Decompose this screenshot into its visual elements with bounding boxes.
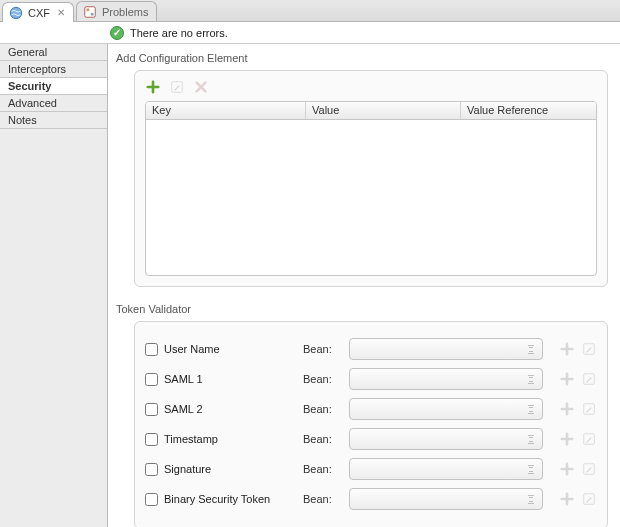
validator-checkbox[interactable] [145,463,158,476]
svg-rect-1 [85,6,96,17]
plus-icon [560,342,574,356]
sidebar: General Interceptors Security Advanced N… [0,44,108,527]
pencil-icon [582,492,596,506]
validator-checkbox-label[interactable]: User Name [145,343,293,356]
bean-add-button [559,461,575,477]
bean-label: Bean: [303,343,339,355]
validator-row: SignatureBean: [145,458,597,480]
pencil-icon [582,342,596,356]
bean-add-button [559,341,575,357]
validator-row: Binary Security TokenBean: [145,488,597,510]
validator-name: Timestamp [164,433,218,445]
bean-combo[interactable] [349,368,543,390]
validator-name: SAML 1 [164,373,203,385]
sidebar-item-general[interactable]: General [0,44,107,61]
bean-add-button [559,401,575,417]
tab-problems[interactable]: Problems [76,1,157,21]
bean-edit-button [581,461,597,477]
table-header: Key Value Value Reference [146,102,596,120]
bean-label: Bean: [303,463,339,475]
validator-row: SAML 2Bean: [145,398,597,420]
validator-checkbox-label[interactable]: SAML 1 [145,373,293,386]
validator-checkbox-label[interactable]: SAML 2 [145,403,293,416]
validator-name: Signature [164,463,211,475]
plus-icon [560,372,574,386]
bean-label: Bean: [303,403,339,415]
config-toolbar [145,79,597,95]
globe-icon [9,6,23,20]
sidebar-label: General [8,46,47,58]
bean-edit-button [581,401,597,417]
col-value-reference[interactable]: Value Reference [461,102,596,119]
problems-icon [83,5,97,19]
validator-name: SAML 2 [164,403,203,415]
validator-checkbox[interactable] [145,433,158,446]
status-bar: ✓ There are no errors. [0,22,620,44]
x-icon [194,80,208,94]
svg-rect-2 [87,8,90,11]
editor-tabstrip: CXF ✕ Problems [0,0,620,22]
plus-icon [560,432,574,446]
delete-button [193,79,209,95]
bean-add-button [559,371,575,387]
tab-cxf[interactable]: CXF ✕ [2,2,74,22]
plus-icon [560,402,574,416]
ok-icon: ✓ [110,26,124,40]
bean-combo[interactable] [349,458,543,480]
pencil-icon [582,432,596,446]
validator-row: User NameBean: [145,338,597,360]
validator-checkbox[interactable] [145,343,158,356]
section-title-token: Token Validator [116,303,608,315]
section-title-config: Add Configuration Element [116,52,608,64]
tab-label: CXF [28,7,50,19]
bean-edit-button [581,371,597,387]
validator-checkbox[interactable] [145,403,158,416]
sidebar-item-interceptors[interactable]: Interceptors [0,61,107,78]
bean-edit-button [581,491,597,507]
pencil-icon [582,402,596,416]
edit-button [169,79,185,95]
plus-icon [146,80,160,94]
validator-row: TimestampBean: [145,428,597,450]
validator-checkbox-label[interactable]: Timestamp [145,433,293,446]
bean-combo[interactable] [349,338,543,360]
col-key[interactable]: Key [146,102,306,119]
config-panel: Key Value Value Reference [134,70,608,287]
plus-icon [560,492,574,506]
bean-combo[interactable] [349,398,543,420]
validator-checkbox[interactable] [145,373,158,386]
config-table[interactable]: Key Value Value Reference [145,101,597,276]
status-message: There are no errors. [130,27,228,39]
close-icon[interactable]: ✕ [57,7,65,18]
bean-add-button [559,431,575,447]
sidebar-label: Advanced [8,97,57,109]
pencil-icon [582,462,596,476]
bean-add-button [559,491,575,507]
pencil-icon [582,372,596,386]
col-value[interactable]: Value [306,102,461,119]
sidebar-label: Notes [8,114,37,126]
sidebar-label: Security [8,80,51,92]
validator-checkbox-label[interactable]: Signature [145,463,293,476]
validator-name: Binary Security Token [164,493,270,505]
validator-row: SAML 1Bean: [145,368,597,390]
bean-label: Bean: [303,493,339,505]
sidebar-item-security[interactable]: Security [0,78,107,95]
bean-label: Bean: [303,433,339,445]
tab-label: Problems [102,6,148,18]
sidebar-label: Interceptors [8,63,66,75]
bean-edit-button [581,341,597,357]
validator-checkbox[interactable] [145,493,158,506]
sidebar-item-notes[interactable]: Notes [0,112,107,129]
bean-combo[interactable] [349,428,543,450]
main-panel: Add Configuration Element [108,44,620,527]
svg-point-0 [10,7,21,18]
plus-icon [560,462,574,476]
validator-checkbox-label[interactable]: Binary Security Token [145,493,293,506]
bean-label: Bean: [303,373,339,385]
add-button[interactable] [145,79,161,95]
bean-combo[interactable] [349,488,543,510]
sidebar-item-advanced[interactable]: Advanced [0,95,107,112]
token-validator-panel: User NameBean:SAML 1Bean:SAML 2Bean:Time… [134,321,608,527]
svg-rect-3 [91,12,94,15]
